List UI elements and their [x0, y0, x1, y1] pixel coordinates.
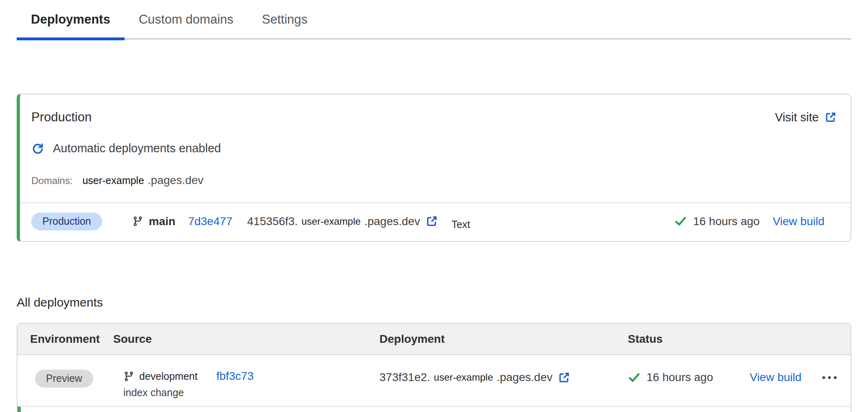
table-row: Preview development fbf3c73 index change… — [18, 355, 850, 407]
deployment-domain-name: user-example — [434, 372, 493, 383]
tab-custom-domains[interactable]: Custom domains — [125, 11, 248, 38]
deployment-domain-suffix: .pages.dev — [364, 215, 420, 228]
deployment-time: 16 hours ago — [647, 371, 713, 384]
column-header-deployment: Deployment — [379, 333, 628, 346]
column-header-status: Status — [628, 333, 850, 346]
domain-suffix: .pages.dev — [148, 174, 204, 187]
deployment-domain-name: user-example — [301, 216, 360, 227]
production-deployment-row: Production main 7d3e477 415356f3. user-e… — [31, 203, 837, 241]
git-branch-icon — [123, 370, 134, 383]
column-header-environment: Environment — [18, 333, 113, 346]
view-build-link[interactable]: View build — [773, 215, 824, 228]
environment-badge-preview: Preview — [35, 370, 93, 388]
column-header-source: Source — [113, 333, 379, 346]
success-check-icon — [628, 371, 640, 384]
success-check-icon — [674, 215, 687, 228]
domains-label: Domains: — [31, 175, 72, 186]
view-build-link[interactable]: View build — [750, 371, 801, 384]
deployment-subdomain: 373f31e2. — [379, 371, 430, 384]
note-text: Text — [452, 219, 470, 230]
deployments-table: Environment Source Deployment Status Pre… — [17, 323, 851, 412]
commit-link[interactable]: fbf3c73 — [216, 370, 254, 383]
commit-message: index change — [123, 387, 379, 399]
auto-deployments-text: Automatic deployments enabled — [53, 142, 221, 155]
production-card: Production Visit site — [17, 94, 851, 242]
overflow-menu-icon[interactable]: ••• — [822, 372, 839, 383]
branch-name: main — [149, 215, 175, 228]
next-row-partial — [18, 407, 850, 412]
branch-name: development — [139, 370, 197, 382]
table-header-row: Environment Source Deployment Status — [18, 324, 850, 355]
production-card-title: Production — [31, 110, 92, 125]
visit-site-link[interactable]: Visit site — [775, 111, 837, 124]
git-branch-icon — [132, 215, 143, 228]
all-deployments-title: All deployments — [17, 296, 851, 309]
commit-link[interactable]: 7d3e477 — [188, 215, 232, 228]
tab-deployments[interactable]: Deployments — [17, 11, 125, 38]
tab-settings[interactable]: Settings — [248, 11, 322, 38]
external-link-icon[interactable] — [425, 215, 438, 228]
environment-badge-production: Production — [31, 213, 102, 230]
refresh-icon — [31, 142, 44, 155]
visit-site-label: Visit site — [775, 111, 819, 124]
deployment-domain-suffix: .pages.dev — [497, 371, 552, 384]
deployment-subdomain: 415356f3. — [247, 215, 298, 228]
deployment-time: 16 hours ago — [693, 215, 759, 228]
external-link-icon[interactable] — [558, 371, 570, 384]
deployments-page: Deployments Custom domains Settings Prod… — [0, 0, 868, 412]
domain-name: user-example — [82, 175, 144, 186]
tab-bar: Deployments Custom domains Settings — [17, 0, 851, 39]
external-link-icon — [824, 111, 837, 123]
